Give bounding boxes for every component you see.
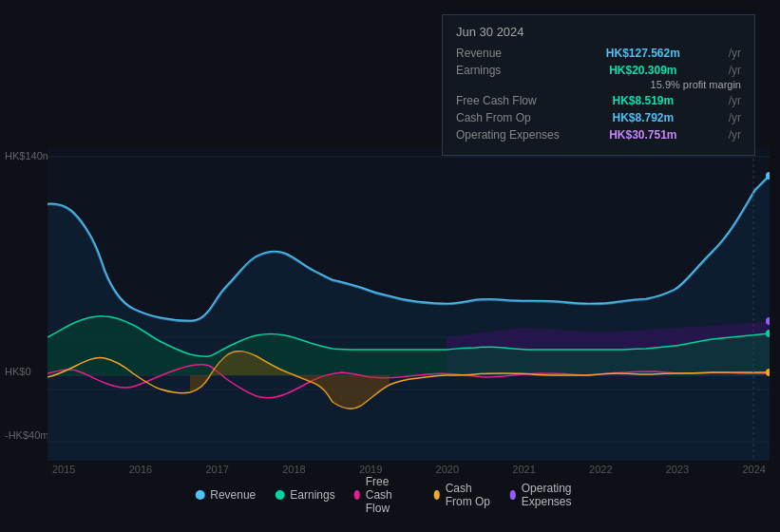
tooltip-revenue-row: Revenue HK$127.562m /yr bbox=[456, 47, 741, 60]
x-label-2019: 2019 bbox=[359, 464, 382, 475]
tooltip-box: Jun 30 2024 Revenue HK$127.562m /yr Earn… bbox=[442, 14, 755, 156]
tooltip-opex-label: Operating Expenses bbox=[456, 128, 561, 142]
tooltip-date: Jun 30 2024 bbox=[456, 25, 741, 39]
x-label-2022: 2022 bbox=[589, 464, 612, 475]
legend-fcf-dot bbox=[354, 490, 360, 500]
legend-cashfromop-dot bbox=[434, 490, 440, 500]
legend-earnings-dot bbox=[275, 490, 284, 500]
tooltip-opex-row: Operating Expenses HK$30.751m /yr bbox=[456, 128, 741, 142]
y-label-mid: HK$0 bbox=[5, 366, 31, 377]
profit-margin-row: 15.9% profit margin bbox=[456, 79, 741, 90]
x-label-2015: 2015 bbox=[52, 464, 75, 475]
legend-fcf-label: Free Cash Flow bbox=[366, 475, 415, 515]
tooltip-cashfromop-label: Cash From Op bbox=[456, 111, 561, 124]
legend-cashfromop-label: Cash From Op bbox=[446, 482, 491, 508]
x-label-2018: 2018 bbox=[282, 464, 305, 475]
tooltip-opex-value: HK$30.751m bbox=[609, 128, 676, 142]
tooltip-cashfromop-value: HK$8.792m bbox=[612, 111, 674, 124]
tooltip-fcf-label: Free Cash Flow bbox=[456, 94, 561, 107]
main-chart bbox=[48, 147, 770, 461]
legend-revenue-label: Revenue bbox=[210, 488, 256, 502]
tooltip-earnings-label: Earnings bbox=[456, 64, 561, 77]
y-label-top: HK$140m bbox=[5, 150, 51, 162]
tooltip-revenue-value: HK$127.562m bbox=[606, 47, 680, 60]
legend-opex-dot bbox=[510, 490, 516, 500]
legend-earnings-label: Earnings bbox=[290, 488, 334, 502]
legend-revenue-dot bbox=[195, 490, 204, 500]
tooltip-revenue-unit: /yr bbox=[729, 47, 741, 60]
legend-opex-label: Operating Expenses bbox=[522, 482, 585, 508]
x-label-2017: 2017 bbox=[205, 464, 228, 475]
legend-cashfromop[interactable]: Cash From Op bbox=[434, 482, 491, 508]
x-label-2020: 2020 bbox=[436, 464, 459, 475]
tooltip-earnings-value: HK$20.309m bbox=[609, 64, 676, 77]
x-label-2016: 2016 bbox=[129, 464, 152, 475]
y-label-bottom: -HK$40m bbox=[5, 429, 48, 441]
legend-fcf[interactable]: Free Cash Flow bbox=[354, 475, 415, 515]
legend-opex[interactable]: Operating Expenses bbox=[510, 482, 585, 508]
tooltip-fcf-value: HK$8.519m bbox=[612, 94, 674, 107]
tooltip-cashfromop-unit: /yr bbox=[729, 111, 741, 124]
tooltip-cashfromop-row: Cash From Op HK$8.792m /yr bbox=[456, 111, 741, 124]
legend-earnings[interactable]: Earnings bbox=[275, 488, 334, 502]
tooltip-fcf-unit: /yr bbox=[729, 94, 741, 107]
profit-margin-value: 15.9% profit margin bbox=[651, 79, 741, 90]
x-label-2021: 2021 bbox=[512, 464, 535, 475]
legend-revenue[interactable]: Revenue bbox=[195, 488, 256, 502]
tooltip-earnings-unit: /yr bbox=[729, 64, 741, 77]
chart-legend: Revenue Earnings Free Cash Flow Cash Fro… bbox=[195, 475, 585, 515]
x-axis-labels: 2015 2016 2017 2018 2019 2020 2021 2022 … bbox=[48, 464, 770, 475]
tooltip-fcf-row: Free Cash Flow HK$8.519m /yr bbox=[456, 94, 741, 107]
chart-container: Jun 30 2024 Revenue HK$127.562m /yr Earn… bbox=[0, 0, 780, 532]
tooltip-opex-unit: /yr bbox=[729, 128, 741, 142]
x-label-2023: 2023 bbox=[666, 464, 689, 475]
tooltip-revenue-label: Revenue bbox=[456, 47, 561, 60]
tooltip-earnings-row: Earnings HK$20.309m /yr bbox=[456, 64, 741, 77]
x-label-2024: 2024 bbox=[742, 464, 765, 475]
